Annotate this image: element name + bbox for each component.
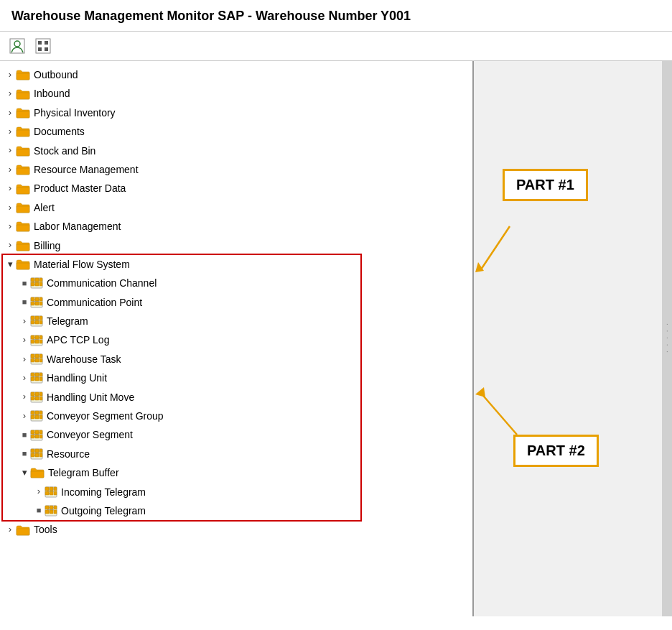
folder-icon-resource-management [16, 164, 30, 175]
expander-material-flow-system[interactable]: ▾ [4, 259, 16, 270]
tree-item-warehouse-task[interactable]: › Warehouse Task [0, 350, 472, 369]
tree-item-resource[interactable]: ■ Resource [0, 445, 472, 463]
svg-rect-84 [31, 415, 34, 419]
svg-rect-91 [31, 430, 34, 434]
svg-rect-13 [39, 278, 42, 282]
right-panel: · · · · · PART #1 PART #2 [474, 61, 672, 616]
svg-rect-123 [54, 506, 57, 509]
svg-rect-63 [39, 373, 42, 376]
doc-icon-apc-tcp-log [30, 335, 43, 346]
item-label-conveyor-segment: Conveyor Segment [47, 427, 133, 443]
svg-rect-12 [35, 278, 39, 282]
svg-rect-6 [45, 47, 48, 51]
tree-item-tools[interactable]: › Tools [0, 520, 472, 539]
tree-item-telegram-buffer[interactable]: ▾ Telegram Buffer [0, 463, 472, 482]
tree-item-handling-unit-move[interactable]: › Handling Unit Move [0, 388, 472, 407]
tree-item-communication-point[interactable]: ■ Communication Point [0, 293, 472, 312]
expander-alert[interactable]: › [4, 202, 16, 213]
item-label-incoming-telegram: Incoming Telegram [61, 484, 146, 500]
svg-rect-23 [39, 297, 42, 301]
tree-item-alert[interactable]: › Alert [0, 198, 472, 217]
tree-item-apc-tcp-log[interactable]: › APC TCP Log [0, 330, 472, 349]
svg-rect-105 [35, 453, 39, 457]
tree-item-resource-management[interactable]: › Resource Management [0, 160, 472, 179]
item-label-resource: Resource [47, 446, 90, 462]
svg-rect-66 [39, 377, 42, 381]
svg-rect-5 [38, 47, 42, 51]
tree-item-stock-and-bin[interactable]: › Stock and Bin [0, 142, 472, 160]
svg-rect-33 [39, 316, 42, 320]
tree-item-material-flow-system[interactable]: ▾ Material Flow System [0, 255, 472, 274]
svg-line-129 [480, 392, 517, 435]
svg-rect-95 [35, 435, 39, 438]
tree-item-product-master-data[interactable]: › Product Master Data [0, 179, 472, 198]
svg-rect-26 [39, 302, 42, 305]
svg-rect-53 [39, 354, 42, 358]
folder-icon-physical-inventory [16, 107, 30, 119]
svg-line-127 [481, 226, 510, 269]
tree-item-telegram[interactable]: › Telegram [0, 312, 472, 330]
tree-item-outbound[interactable]: › Outbound [0, 65, 472, 84]
expander-telegram-buffer[interactable]: ▾ [19, 467, 30, 478]
item-label-handling-unit: Handling Unit [47, 370, 107, 386]
tree-item-communication-channel[interactable]: ■ Communication Channel [0, 274, 472, 292]
folder-icon-product-master-data [16, 183, 30, 195]
svg-rect-124 [45, 510, 49, 514]
expander-product-master-data[interactable]: › [4, 183, 16, 195]
tree-item-conveyor-segment-group[interactable]: › Conveyor Segment Group [0, 407, 472, 425]
svg-rect-112 [50, 487, 53, 491]
item-label-telegram-buffer: Telegram Buffer [48, 465, 119, 481]
svg-rect-25 [35, 302, 39, 305]
expander-stock-and-bin[interactable]: › [4, 145, 16, 157]
item-label-apc-tcp-log: APC TCP Log [47, 332, 109, 348]
expander-tools[interactable]: › [4, 524, 16, 536]
expander-inbound[interactable]: › [4, 88, 16, 100]
expander-conveyor-segment-group[interactable]: › [19, 410, 30, 422]
folder-icon-telegram-buffer [30, 467, 45, 478]
svg-rect-54 [31, 358, 34, 362]
item-label-handling-unit-move: Handling Unit Move [47, 389, 134, 405]
folder-icon-outbound [16, 69, 30, 80]
expander-warehouse-task[interactable]: › [19, 353, 30, 365]
expander-labor-management[interactable]: › [4, 221, 16, 232]
expander-handling-unit-move[interactable]: › [19, 392, 30, 403]
tree-item-billing[interactable]: › Billing [0, 236, 472, 255]
expander-billing[interactable]: › [4, 240, 16, 251]
svg-rect-35 [35, 320, 39, 324]
expander-physical-inventory[interactable]: › [4, 107, 16, 119]
divider-handle[interactable]: · · · · · [662, 61, 672, 616]
tree-item-outgoing-telegram[interactable]: ■ Outgoing Telegram [0, 501, 472, 520]
expander-resource-management[interactable]: › [4, 164, 16, 175]
svg-rect-106 [39, 453, 42, 457]
item-label-material-flow-system: Material Flow System [34, 256, 130, 272]
tree-item-documents[interactable]: › Documents [0, 122, 472, 141]
svg-point-1 [14, 41, 20, 47]
svg-rect-16 [39, 282, 42, 286]
folder-icon-labor-management [16, 221, 30, 232]
svg-rect-125 [50, 510, 53, 514]
item-label-communication-point: Communication Point [47, 295, 142, 310]
svg-rect-62 [35, 373, 39, 376]
tree-item-incoming-telegram[interactable]: › Incoming Telegram [0, 483, 472, 501]
expander-handling-unit[interactable]: › [19, 372, 30, 384]
tree-item-conveyor-segment[interactable]: ■ Conveyor Segment [0, 425, 472, 444]
tree-item-labor-management[interactable]: › Labor Management [0, 217, 472, 236]
svg-rect-21 [31, 297, 34, 301]
tree-item-inbound[interactable]: › Inbound [0, 84, 472, 103]
expander-incoming-telegram[interactable]: › [33, 486, 45, 498]
folder-icon-documents [16, 126, 30, 137]
grid-icon[interactable] [33, 36, 53, 56]
tree-item-handling-unit[interactable]: › Handling Unit [0, 369, 472, 387]
expander-telegram[interactable]: › [19, 315, 30, 327]
item-label-tools: Tools [34, 522, 57, 537]
svg-marker-130 [475, 387, 485, 397]
expander-outbound[interactable]: › [4, 69, 16, 80]
item-label-outbound: Outbound [34, 67, 78, 83]
folder-icon-inbound [16, 88, 30, 100]
tree-item-physical-inventory[interactable]: › Physical Inventory [0, 103, 472, 122]
bullet-resource: ■ [19, 448, 30, 460]
expander-apc-tcp-log[interactable]: › [19, 335, 30, 346]
item-label-inbound: Inbound [34, 85, 70, 101]
expander-documents[interactable]: › [4, 126, 16, 137]
person-icon[interactable] [7, 36, 27, 56]
